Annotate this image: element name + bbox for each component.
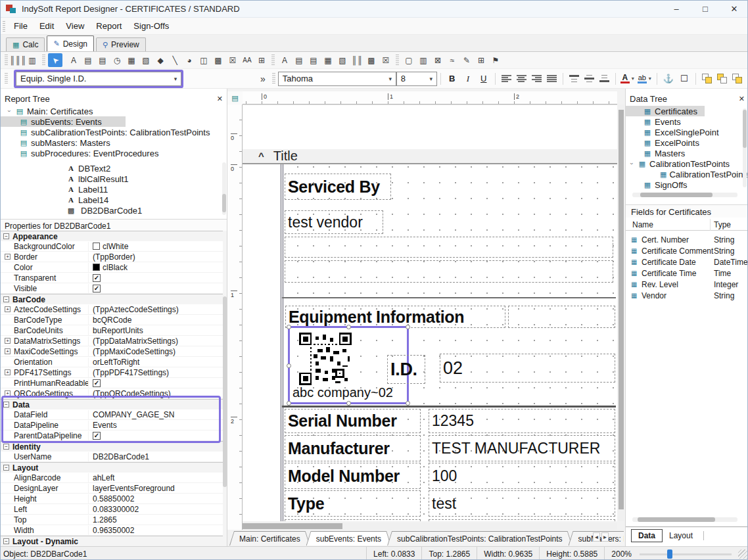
chevron-down-icon[interactable]: ▾ (170, 76, 181, 82)
chevron-down-icon[interactable]: ▾ (649, 76, 651, 82)
checkbox-icon[interactable]: ☒ (225, 53, 240, 67)
column-type[interactable]: Type (714, 220, 731, 229)
clipped-field-box[interactable] (285, 519, 421, 521)
section-identity[interactable]: − Identity (1, 441, 223, 452)
tree-item-db2dbarcode1[interactable]: ▩ DB2DBarCode1 (1, 205, 227, 216)
resize-handle[interactable] (346, 401, 351, 406)
frame-icon[interactable]: ☐ (676, 72, 692, 85)
property-row[interactable]: +DataMatrixSettings(TppDataMatrixSetting… (1, 336, 223, 346)
tree-item-subevents[interactable]: ▤ subEvents: Events (1, 116, 126, 127)
collapse-icon[interactable]: − (3, 296, 9, 302)
property-row[interactable]: Width0.96350002 (1, 525, 223, 536)
memo-icon[interactable]: ▤ (81, 53, 95, 67)
property-row[interactable]: PrintHumanReadable✓ (1, 378, 223, 388)
data-tree-signoffs[interactable]: ▦ SignOffs (626, 179, 748, 190)
property-row-datafield[interactable]: DataFieldCOMPANY_GAGE_SN (1, 409, 223, 420)
align-justify-icon[interactable] (547, 74, 557, 83)
section-layout-dynamic[interactable]: − Layout - Dynamic (1, 536, 223, 546)
chevron-down-icon[interactable]: ▾ (632, 76, 634, 82)
column-name[interactable]: Name (632, 220, 653, 229)
line-icon[interactable]: ╲ (168, 53, 182, 67)
data-tree-events[interactable]: ▦ Events (626, 116, 748, 127)
tab-calc[interactable]: ▦ Calc (6, 37, 45, 51)
tree-item-label11[interactable]: A Label11 (1, 184, 227, 195)
tab-data[interactable]: Data (631, 529, 663, 542)
variable-icon[interactable]: ▦ (124, 53, 139, 67)
report-design-surface[interactable]: ^ Title Serviced By test vendor Equipmen… (243, 105, 617, 521)
system-variable-icon[interactable]: ◷ (110, 53, 124, 67)
clipped-field-box[interactable] (429, 519, 615, 521)
pagebreak-icon[interactable]: ≈ (445, 53, 459, 67)
model-number-label[interactable]: Model Number (285, 463, 421, 489)
serial-number-value[interactable]: 12345 (429, 409, 615, 433)
property-row[interactable]: +Border(TppBorder) (1, 252, 223, 262)
resize-handle[interactable] (287, 401, 291, 406)
menu-view[interactable]: View (60, 21, 90, 31)
serial-number-label[interactable]: Serial Number (285, 409, 421, 433)
toolbar-overflow-chevron[interactable]: » (260, 74, 266, 84)
collapse-icon[interactable]: − (3, 538, 9, 544)
resize-handle[interactable] (406, 401, 410, 406)
zoom-slider-thumb[interactable] (667, 549, 672, 559)
fields-hscrollbar[interactable] (632, 517, 737, 522)
property-row[interactable]: +AztecCodeSettings(TppAztecCodeSettings) (1, 304, 223, 315)
equipment-information-label[interactable]: Equipment Information (285, 306, 505, 328)
manufacturer-label[interactable]: Manufacturer (285, 435, 421, 461)
property-row[interactable]: BarCodeTypebcQRCode (1, 315, 223, 325)
collapse-band-icon[interactable]: ^ (258, 151, 264, 162)
collapse-icon[interactable]: − (3, 233, 9, 239)
bold-button[interactable]: B (444, 72, 460, 85)
tab-layout[interactable]: Layout (663, 530, 699, 542)
qr-code[interactable] (299, 333, 352, 385)
chevron-down-icon[interactable]: ▾ (426, 76, 436, 82)
canvas-vertical-scrollbar[interactable] (618, 105, 624, 521)
resize-handle[interactable] (406, 325, 410, 329)
valign-middle-icon[interactable] (584, 74, 594, 83)
model-number-value[interactable]: 100 (429, 463, 615, 489)
serviced-by-label[interactable]: Serviced By (285, 174, 391, 200)
property-row[interactable]: OrientationorLeftToRight (1, 357, 223, 367)
tab-subcalibrationtestpoints[interactable]: subCalibrationTestPoints: CalibrationTes… (387, 531, 572, 546)
tree-item-dbtext2[interactable]: A DBText2 (1, 163, 227, 174)
type-value[interactable]: test (429, 490, 615, 517)
dbimage-icon[interactable]: ▧ (335, 53, 350, 67)
select-arrow-icon[interactable]: ➤ (48, 53, 62, 67)
resize-handle[interactable] (287, 363, 291, 368)
resize-handle[interactable] (287, 325, 291, 329)
data-tree-vscrollbar[interactable] (743, 108, 747, 187)
expand-icon[interactable]: + (5, 348, 11, 354)
properties-scrollbar[interactable] (223, 231, 227, 546)
property-row[interactable]: +QRCodeSettings(TppQRCodeSettings) (1, 388, 223, 399)
paintbrush-icon[interactable]: ✎ (459, 53, 474, 67)
align-right-icon[interactable] (532, 74, 542, 83)
expand-icon[interactable]: + (5, 338, 11, 344)
map-pin-icon[interactable]: ⚑ (488, 53, 503, 67)
chevron-down-icon[interactable]: › (6, 108, 12, 114)
expand-icon[interactable]: + (5, 306, 11, 312)
manufacturer-value[interactable]: TEST MANUFACTURER (429, 435, 615, 461)
field-row[interactable]: ▦ VendorString (626, 291, 748, 302)
tree-item-subcalibrationtestpoints[interactable]: ▤ subCalibrationTestPoints: CalibrationT… (1, 127, 227, 137)
underline-button[interactable]: U (476, 72, 492, 85)
highlight-color-button[interactable]: ab (638, 74, 647, 83)
subreport-icon[interactable]: ▥ (416, 53, 431, 67)
section-appearance[interactable]: − Appearance (1, 231, 223, 241)
property-row[interactable]: Height0.58850002 (1, 494, 223, 504)
field-row[interactable]: ▦ Rev. LevelInteger (626, 279, 748, 291)
tree-item-submasters[interactable]: ▤ subMasters: Masters (1, 137, 227, 148)
id-label[interactable]: I.D. (387, 355, 425, 384)
data-tree-certificates[interactable]: ▦ Certificates (626, 106, 705, 116)
empty-field-box[interactable] (285, 237, 613, 258)
dbmemo-icon[interactable]: ▤ (292, 53, 306, 67)
resize-handle[interactable] (346, 325, 351, 329)
close-button[interactable]: ✕ (720, 1, 748, 18)
id-value-dbtext[interactable]: 02 (440, 354, 615, 383)
font-name-dropdown[interactable]: Tahoma ▾ (278, 72, 396, 86)
anchor-icon[interactable]: ⚓ (661, 72, 676, 85)
property-row-datapipeline[interactable]: DataPipelineEvents (1, 420, 223, 431)
tree-item-main-certificates[interactable]: › ▤ Main: Certificates (1, 106, 227, 116)
report-select-dropdown[interactable]: Equip. Single I.D. ▾ (16, 72, 181, 86)
align-left-icon[interactable] (502, 74, 511, 83)
image-icon[interactable]: ▧ (139, 53, 153, 67)
valign-bottom-icon[interactable] (599, 74, 609, 83)
